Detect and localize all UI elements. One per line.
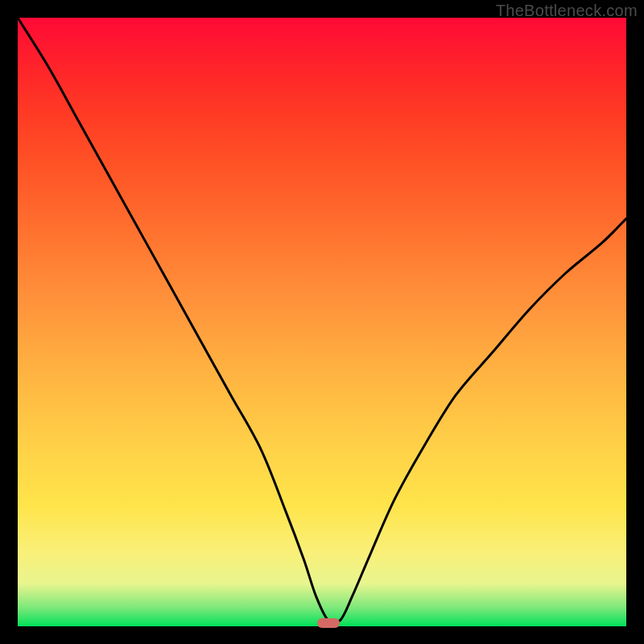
watermark-label: TheBottleneck.com bbox=[496, 2, 638, 20]
chart-frame: TheBottleneck.com bbox=[0, 0, 644, 644]
valley-marker bbox=[317, 618, 340, 628]
plot-area bbox=[18, 18, 626, 626]
bottleneck-curve bbox=[18, 18, 626, 626]
